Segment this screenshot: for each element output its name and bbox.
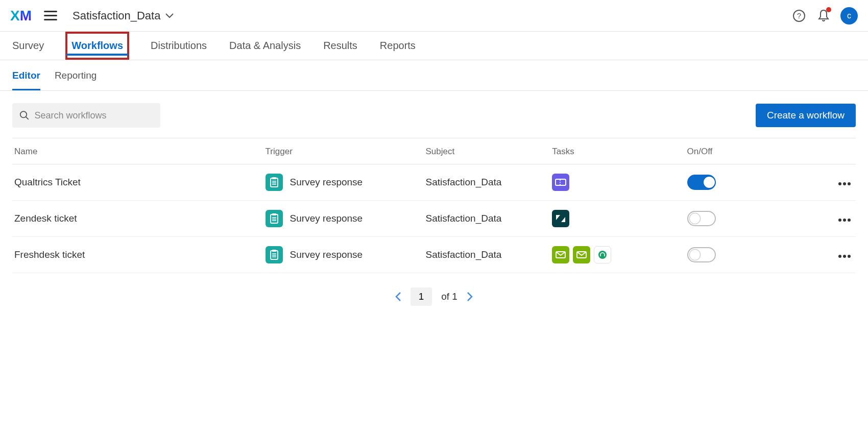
workflows-toolbar: Create a workflow: [0, 91, 868, 138]
workflow-toggle[interactable]: [687, 247, 716, 262]
tab-survey[interactable]: Survey: [12, 33, 44, 59]
workflow-name[interactable]: Freshdesk ticket: [12, 237, 266, 273]
project-title-text: Satisfaction_Data: [73, 9, 160, 22]
tab-workflows[interactable]: Workflows: [66, 33, 128, 59]
clipboard-icon: [266, 174, 283, 191]
tasks-cell: [552, 210, 687, 227]
svg-rect-17: [272, 250, 276, 252]
svg-point-2: [20, 111, 27, 117]
clipboard-icon: [266, 210, 283, 227]
workflow-toggle[interactable]: [687, 211, 716, 226]
tab-results[interactable]: Results: [323, 33, 357, 59]
subject-cell: Satisfaction_Data: [425, 164, 552, 201]
workflow-name[interactable]: Zendesk ticket: [12, 201, 266, 237]
email-task-icon[interactable]: [552, 246, 569, 263]
svg-line-3: [26, 117, 28, 119]
table-row: Qualtrics Ticket Survey response Satisfa…: [12, 164, 856, 201]
svg-text:?: ?: [797, 11, 801, 20]
zendesk-task-icon[interactable]: [552, 210, 569, 227]
header-actions: [805, 138, 856, 164]
chevron-left-icon: [395, 292, 401, 302]
trigger-label: Survey response: [290, 249, 363, 260]
svg-rect-9: [556, 179, 566, 185]
header-trigger: Trigger: [266, 138, 426, 164]
tasks-cell: [552, 174, 687, 191]
notification-badge: [826, 7, 831, 12]
user-avatar[interactable]: c: [840, 7, 858, 25]
clipboard-icon: [266, 246, 283, 263]
workflows-table: Name Trigger Subject Tasks On/Off Qualtr…: [12, 138, 856, 273]
table-row: Freshdesk ticket Survey response Satisfa…: [12, 237, 856, 273]
chevron-down-icon: [165, 13, 174, 18]
subject-cell: Satisfaction_Data: [425, 201, 552, 237]
menu-icon[interactable]: [44, 11, 57, 20]
page-prev-button[interactable]: [395, 292, 401, 302]
tasks-cell: [552, 246, 687, 263]
tab-distributions[interactable]: Distributions: [151, 33, 207, 59]
sub-tabs: Editor Reporting: [0, 60, 868, 91]
global-header: XM Satisfaction_Data ? c: [0, 0, 868, 32]
header-subject: Subject: [425, 138, 552, 164]
table-row: Zendesk ticket Survey response Satisfact…: [12, 201, 856, 237]
subject-cell: Satisfaction_Data: [425, 237, 552, 273]
page-number-input[interactable]: [411, 287, 432, 306]
subtab-reporting[interactable]: Reporting: [55, 61, 97, 90]
search-icon: [19, 110, 30, 121]
row-more-button[interactable]: [838, 219, 851, 222]
freshdesk-task-icon[interactable]: [594, 246, 611, 263]
tab-reports[interactable]: Reports: [380, 33, 416, 59]
row-more-button[interactable]: [838, 182, 851, 185]
email-task-icon[interactable]: [573, 246, 590, 263]
header-onoff: On/Off: [687, 138, 805, 164]
help-button[interactable]: ?: [791, 8, 807, 23]
logo-m: M: [20, 8, 32, 24]
help-icon: ?: [792, 9, 806, 22]
search-input[interactable]: [35, 110, 153, 121]
qualtrics-logo[interactable]: XM: [10, 8, 32, 24]
chevron-right-icon: [467, 292, 473, 302]
svg-point-23: [598, 251, 607, 259]
create-workflow-button[interactable]: Create a workflow: [756, 104, 856, 127]
search-container: [12, 103, 160, 128]
workflows-table-container: Name Trigger Subject Tasks On/Off Qualtr…: [0, 138, 868, 273]
ticket-task-icon[interactable]: [552, 174, 569, 191]
trigger-cell: Survey response: [266, 246, 426, 263]
header-tasks: Tasks: [552, 138, 687, 164]
page-total-label: of 1: [441, 291, 457, 302]
notifications-button[interactable]: [816, 8, 831, 23]
row-more-button[interactable]: [838, 255, 851, 258]
subtab-editor[interactable]: Editor: [12, 61, 40, 90]
pagination: of 1: [0, 273, 868, 320]
workflow-toggle[interactable]: [687, 175, 716, 190]
workflow-name[interactable]: Qualtrics Ticket: [12, 164, 266, 201]
tab-data-analysis[interactable]: Data & Analysis: [229, 33, 301, 59]
trigger-cell: Survey response: [266, 174, 426, 191]
trigger-cell: Survey response: [266, 210, 426, 227]
logo-x: X: [10, 8, 20, 24]
svg-rect-12: [272, 213, 276, 215]
trigger-label: Survey response: [290, 213, 363, 224]
project-title-dropdown[interactable]: Satisfaction_Data: [73, 9, 174, 22]
header-name: Name: [12, 138, 266, 164]
page-next-button[interactable]: [467, 292, 473, 302]
main-tabs: Survey Workflows Distributions Data & An…: [0, 32, 868, 60]
trigger-label: Survey response: [290, 177, 363, 188]
svg-rect-5: [272, 177, 276, 179]
